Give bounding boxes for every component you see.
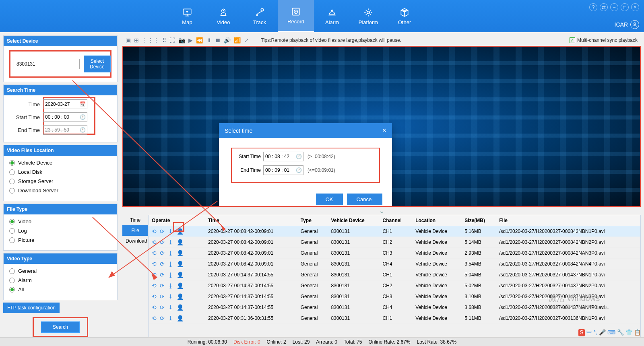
play-start-icon[interactable]: ⟲ (152, 304, 157, 311)
dlg-end-input[interactable]: 00 : 09 : 01🕐 (263, 165, 303, 175)
play-start-icon[interactable]: ⟲ (152, 282, 157, 289)
download-icon[interactable]: ⭳ (168, 293, 173, 300)
play-end-icon[interactable]: ⟳ (160, 261, 165, 267)
calendar-icon[interactable]: 📅 (80, 101, 86, 107)
user-box[interactable]: ICAR (615, 20, 639, 29)
radio-download-server[interactable]: Download Server (9, 187, 111, 194)
play-start-icon[interactable]: ⟲ (152, 239, 157, 245)
user-icon[interactable]: 👤 (177, 272, 184, 278)
table-row[interactable]: ⟲⟳⭳👤2020-03-27 00:08:42-00:09:01General8… (149, 259, 640, 270)
swap-icon[interactable]: ⇄ (600, 3, 608, 11)
stop-icon[interactable]: ⏹ (215, 37, 221, 43)
table-row[interactable]: ⟲⟳⭳👤2020-03-27 00:08:42-00:09:01General8… (149, 237, 640, 248)
radio-local-disk[interactable]: Local Disk (9, 169, 111, 175)
search-button[interactable]: Search (41, 321, 80, 333)
signal-icon[interactable]: 📶 (234, 37, 241, 43)
radio-vehicle-device[interactable]: Vehicle Device (9, 160, 111, 166)
play-icon[interactable]: ▶ (188, 37, 193, 43)
table-row[interactable]: ⟲⟳⭳👤2020-03-27 00:08:42-00:09:01General8… (149, 226, 640, 237)
download-icon[interactable]: ⭳ (168, 282, 173, 289)
play-start-icon[interactable]: ⟲ (152, 272, 157, 278)
user-icon[interactable]: 👤 (177, 261, 184, 267)
dlg-start-input[interactable]: 00 : 08 : 42🕐 (263, 152, 303, 161)
radio-picture[interactable]: Picture (9, 237, 111, 243)
user-icon[interactable]: 👤 (177, 282, 184, 289)
user-icon[interactable]: 👤 (177, 304, 184, 311)
table-row[interactable]: ⟲⟳⭳👤2020-03-27 00:14:37-00:14:55General8… (149, 280, 640, 291)
play-end-icon[interactable]: ⟳ (160, 228, 165, 235)
download-icon[interactable]: ⭳ (168, 315, 173, 321)
user-icon[interactable]: 👤 (177, 239, 184, 245)
nav-platform[interactable]: Platform (350, 0, 386, 32)
play-start-icon[interactable]: ⟲ (152, 250, 157, 256)
end-time-input[interactable]: 23 : 59 : 59🕐 (43, 125, 87, 135)
maximize-icon[interactable]: ◻ (621, 3, 629, 11)
radio-alarm[interactable]: Alarm (9, 277, 111, 283)
play-start-icon[interactable]: ⟲ (152, 315, 157, 321)
ime-bar[interactable]: S中°,🎤⌨🔧👕📋 (578, 329, 641, 336)
clock-icon[interactable]: 🕐 (80, 127, 86, 133)
nav-record[interactable]: Record (278, 0, 314, 32)
start-time-input[interactable]: 00 : 00 : 00🕐 (43, 112, 87, 122)
play-end-icon[interactable]: ⟳ (160, 272, 165, 278)
dialog-cancel-button[interactable]: Cancel (347, 194, 382, 205)
date-input[interactable]: 2020-03-27📅 (43, 99, 87, 109)
grid9-icon[interactable]: ⋮⋮⋮ (142, 37, 159, 43)
expand-icon[interactable]: ⤢ (244, 37, 249, 43)
grid4-icon[interactable]: ⊞ (134, 37, 139, 43)
play-end-icon[interactable]: ⟳ (160, 250, 165, 256)
radio-storage-server[interactable]: Storage Server (9, 178, 111, 184)
pause-icon[interactable]: ⏸ (206, 37, 212, 43)
table-row[interactable]: ⟲⟳⭳👤2020-03-27 00:14:37-00:14:55General8… (149, 270, 640, 280)
grid1-icon[interactable]: ▣ (126, 37, 131, 43)
clock-icon[interactable]: 🕐 (80, 114, 86, 120)
rewind-icon[interactable]: ⏪ (196, 37, 203, 43)
radio-video[interactable]: Video (9, 218, 111, 224)
tab-file[interactable]: File (122, 225, 148, 236)
ftp-config-button[interactable]: FTP task configuration (3, 303, 60, 313)
device-input[interactable] (14, 59, 80, 69)
table-row[interactable]: ⟲⟳⭳👤2020-03-27 00:08:42-00:09:01General8… (149, 248, 640, 259)
minimize-icon[interactable]: − (610, 3, 618, 11)
nav-track[interactable]: Track (242, 0, 278, 32)
play-end-icon[interactable]: ⟳ (160, 239, 165, 245)
user-icon[interactable]: 👤 (177, 250, 184, 256)
fullscreen-icon[interactable]: ⛶ (169, 37, 175, 43)
download-icon[interactable]: ⭳ (168, 304, 173, 311)
download-icon[interactable]: ⭳ (168, 261, 173, 267)
nav-video[interactable]: Video (205, 0, 242, 32)
clock-icon[interactable]: 🕐 (296, 167, 302, 173)
radio-all[interactable]: All (9, 286, 111, 292)
tab-time[interactable]: Time (122, 215, 148, 225)
play-end-icon[interactable]: ⟳ (160, 304, 165, 311)
close-icon[interactable]: × (631, 3, 639, 11)
play-end-icon[interactable]: ⟳ (160, 315, 165, 321)
table-row[interactable]: ⟲⟳⭳👤2020-03-27 00:31:36-00:31:55General8… (149, 313, 640, 324)
nav-other[interactable]: Other (386, 0, 423, 32)
download-icon[interactable]: ⭳ (168, 239, 173, 245)
splitter[interactable]: ⌄ (122, 207, 641, 215)
play-start-icon[interactable]: ⟲ (152, 293, 157, 300)
grid16-icon[interactable]: ⠿ (162, 37, 166, 43)
user-icon[interactable]: 👤 (177, 315, 184, 321)
nav-alarm[interactable]: Alarm (314, 0, 350, 32)
help-icon[interactable]: ? (589, 3, 597, 11)
download-icon[interactable]: ⭳ (168, 272, 173, 278)
clock-icon[interactable]: 🕐 (296, 154, 302, 159)
play-start-icon[interactable]: ⟲ (152, 261, 157, 267)
radio-general[interactable]: General (9, 268, 111, 274)
sound-icon[interactable]: 🔊 (224, 37, 231, 43)
radio-log[interactable]: Log (9, 228, 111, 234)
download-icon[interactable]: ⭳ (168, 250, 173, 256)
dialog-ok-button[interactable]: OK (316, 194, 343, 205)
sync-checkbox[interactable]: ✓Multi-channel sync playback (570, 37, 638, 43)
nav-map[interactable]: Map (169, 0, 205, 32)
select-device-button[interactable]: Select Device (84, 56, 111, 72)
user-icon[interactable]: 👤 (177, 293, 184, 300)
snapshot-icon[interactable]: 📷 (178, 37, 185, 43)
download-icon[interactable]: ⭳ (168, 228, 173, 235)
dialog-close-icon[interactable]: × (382, 126, 386, 135)
play-end-icon[interactable]: ⟳ (160, 282, 165, 289)
play-start-icon[interactable]: ⟲ (152, 228, 157, 235)
tab-download[interactable]: Download (122, 236, 148, 246)
